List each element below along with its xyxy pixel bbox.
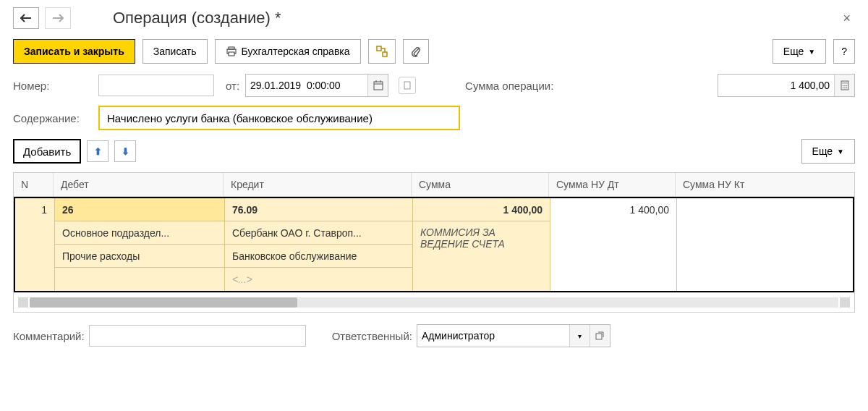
responsible-open-button[interactable] (590, 325, 610, 347)
th-debit: Дебет (54, 173, 224, 196)
date-input-group (245, 74, 388, 97)
svg-rect-1 (229, 47, 234, 49)
link-button[interactable] (368, 39, 396, 64)
title-bar: Операция (создание) * × (13, 7, 855, 29)
comment-input[interactable] (89, 325, 306, 347)
scroll-thumb[interactable] (30, 297, 297, 308)
calculator-icon (841, 80, 849, 90)
chevron-down-icon: ▼ (837, 148, 844, 156)
svg-rect-8 (842, 82, 848, 84)
print-reference-label: Бухгалтерская справка (242, 46, 350, 57)
th-n: N (14, 173, 54, 196)
cell-sum[interactable]: 1 400,00 КОММИСИЯ ЗА ВЕДЕНИЕ СЧЕТА (413, 198, 550, 291)
document-icon (404, 81, 411, 90)
th-credit: Кредит (224, 173, 412, 196)
cell-credit[interactable]: 76.09 Сбербанк ОАО г. Ставроп... Банковс… (225, 198, 413, 291)
move-down-button[interactable]: ⬇ (114, 140, 136, 162)
nav-back-button[interactable] (13, 7, 39, 29)
responsible-dropdown-button[interactable]: ▾ (569, 325, 590, 347)
table-more-label: Еще (812, 145, 833, 157)
sum-description[interactable]: КОММИСИЯ ЗА ВЕДЕНИЕ СЧЕТА (413, 221, 550, 268)
arrow-up-icon: ⬆ (94, 146, 102, 157)
help-button[interactable]: ? (833, 39, 855, 64)
add-row-button[interactable]: Добавить (13, 139, 81, 164)
footer-row: Комментарий: Ответственный: ▾ (13, 324, 855, 347)
more-button[interactable]: Еще ▼ (773, 39, 826, 64)
th-sum: Сумма (412, 173, 549, 196)
table-more-button[interactable]: Еще ▼ (801, 139, 855, 164)
printer-icon (226, 46, 237, 56)
cell-nudt[interactable]: 1 400,00 (550, 198, 677, 291)
main-toolbar: Записать и закрыть Записать Бухгалтерска… (13, 39, 855, 64)
nudt-value[interactable]: 1 400,00 (550, 198, 676, 221)
credit-sub2[interactable]: Банковское обслуживание (225, 245, 412, 268)
arrow-right-icon (52, 14, 64, 22)
th-nudt: Сумма НУ Дт (549, 173, 676, 196)
open-icon (595, 331, 604, 340)
svg-point-14 (846, 88, 847, 89)
cell-debit[interactable]: 26 Основное подраздел... Прочие расходы (55, 198, 225, 291)
credit-account[interactable]: 76.09 (225, 198, 412, 221)
svg-rect-2 (229, 52, 234, 56)
nav-forward-button (45, 7, 71, 29)
number-date-row: Номер: от: Сумма операции: (13, 74, 855, 97)
svg-point-11 (846, 85, 847, 87)
sum-input-group (718, 74, 855, 97)
svg-point-9 (842, 85, 843, 87)
calendar-icon (373, 80, 383, 90)
table-row[interactable]: 1 26 Основное подраздел... Прочие расход… (14, 197, 854, 292)
table-header: N Дебет Кредит Сумма Сумма НУ Дт Сумма Н… (14, 173, 854, 197)
save-close-button[interactable]: Записать и закрыть (13, 39, 135, 64)
paperclip-icon (411, 46, 421, 57)
entries-table: N Дебет Кредит Сумма Сумма НУ Дт Сумма Н… (13, 172, 855, 313)
date-input[interactable] (246, 75, 367, 96)
scroll-track[interactable] (30, 297, 838, 308)
responsible-input-group: ▾ (417, 324, 610, 347)
comment-label: Комментарий: (13, 330, 85, 342)
svg-rect-3 (377, 46, 381, 51)
scroll-right-icon[interactable] (840, 297, 850, 308)
debit-account[interactable]: 26 (55, 198, 224, 221)
calc-button[interactable] (834, 75, 854, 96)
content-label: Содержание: (13, 112, 93, 124)
th-nukt: Сумма НУ Кт (676, 173, 854, 196)
doc-mini-button[interactable] (399, 77, 416, 94)
save-button[interactable]: Записать (142, 39, 208, 64)
arrow-left-icon (20, 14, 32, 22)
debit-sub1[interactable]: Основное подраздел... (55, 221, 224, 245)
number-input[interactable] (98, 75, 214, 96)
horizontal-scrollbar[interactable] (14, 292, 854, 312)
arrow-down-icon: ⬇ (122, 146, 129, 157)
scroll-left-icon[interactable] (18, 297, 28, 308)
content-input[interactable] (98, 106, 460, 130)
sum-input[interactable] (718, 75, 834, 96)
svg-rect-15 (596, 334, 602, 339)
debit-sub3[interactable] (55, 268, 224, 291)
svg-point-10 (844, 85, 846, 87)
table-toolbar: Добавить ⬆ ⬇ Еще ▼ (13, 139, 855, 164)
svg-rect-4 (383, 52, 387, 56)
debit-sub2[interactable]: Прочие расходы (55, 245, 224, 268)
responsible-input[interactable] (417, 325, 569, 347)
row-number: 1 (15, 198, 54, 221)
sum-value[interactable]: 1 400,00 (413, 198, 550, 221)
credit-sub1[interactable]: Сбербанк ОАО г. Ставроп... (225, 221, 412, 245)
svg-point-13 (844, 88, 846, 89)
close-button[interactable]: × (838, 9, 855, 27)
cell-nukt[interactable] (677, 198, 853, 291)
number-label: Номер: (13, 80, 93, 92)
move-up-button[interactable]: ⬆ (87, 140, 109, 162)
nukt-value[interactable] (677, 198, 853, 221)
chevron-down-icon: ▼ (808, 48, 815, 56)
attach-button[interactable] (403, 39, 429, 64)
link-icon (376, 46, 388, 57)
content-row: Содержание: (13, 106, 855, 130)
svg-rect-6 (404, 82, 410, 89)
responsible-label: Ответственный: (332, 330, 412, 342)
cell-n: 1 (15, 198, 55, 291)
svg-point-12 (842, 88, 843, 89)
credit-sub3[interactable]: <...> (225, 268, 412, 291)
page-title: Операция (создание) * (113, 9, 281, 27)
print-reference-button[interactable]: Бухгалтерская справка (215, 39, 361, 64)
date-picker-button[interactable] (367, 75, 388, 96)
